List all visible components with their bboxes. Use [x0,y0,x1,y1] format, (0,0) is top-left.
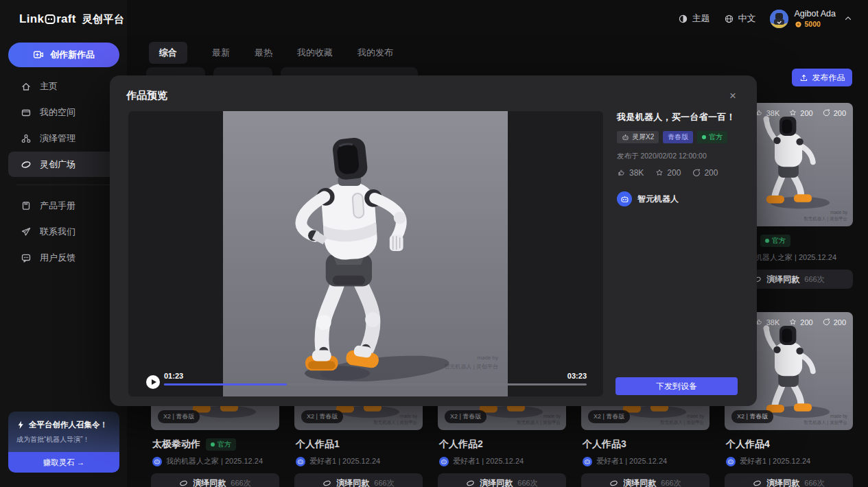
perform-same-button[interactable]: 演绎同款 666次 [581,473,709,487]
model-badge: X2 | 青春版 [731,410,773,423]
robot-video-image [244,121,478,392]
avatar[interactable] [770,10,788,28]
stars-stat: 200 [788,318,812,326]
chevron-up-icon[interactable] [843,14,853,23]
book-icon [21,200,32,211]
author-avatar [583,457,592,466]
stars-stat: 200 [788,108,812,117]
perform-same-button[interactable]: 演绎同款 666次 [438,473,566,487]
loop-icon [21,159,32,170]
card-title: 个人作品4 [726,438,770,451]
model-badge: X2 | 青春版 [301,410,343,423]
model-badge: X2 | 青春版 [445,410,486,423]
sidebar-item-performance-management[interactable]: 演绎管理 [8,126,119,151]
close-icon[interactable]: × [727,86,739,106]
official-tag: 官方 [697,131,727,143]
made-by-watermark: made by 智元机器人 | 灵创平台 [444,354,498,372]
play-button[interactable] [146,375,160,389]
sidebar-item-product-manual[interactable]: 产品手册 [8,193,119,218]
total-time: 03:23 [567,372,587,380]
card-author-line[interactable]: 我的机器人之家 | 2025.12.24 [151,456,279,466]
sidebar-item-user-feedback[interactable]: 用户反馈 [8,245,119,270]
official-dot-icon [765,239,769,243]
tab-newest[interactable]: 最新 [212,42,230,64]
tab-my-posts[interactable]: 我的发布 [357,42,393,64]
tab-comprehensive[interactable]: 综合 [149,42,187,64]
promo-subline: 成为首批“机器人导演”！ [16,435,111,444]
perform-same-button[interactable]: 演绎同款 666次 [151,473,279,487]
globe-icon [724,14,734,24]
robot-head-icon [622,134,629,141]
lightning-icon [16,420,25,429]
sidebar-item-contact-us[interactable]: 联系我们 [8,219,119,244]
loop-icon [609,479,618,487]
publish-work-button[interactable]: 发布作品 [792,69,852,86]
work-title: 我是机器人，买一台省一百！ [617,111,749,123]
made-by-watermark: made by 智元机器人 | 灵创平台 [804,413,847,427]
card-author-line[interactable]: 爱好者1 | 2025.12.24 [725,456,853,466]
shares-stat: 200 [822,108,846,117]
sort-tabs: 综合 最新 最热 我的收藏 我的发布 [149,42,393,64]
avatar-image [770,10,788,28]
earn-gems-button[interactable]: 赚取灵石 → [8,452,119,473]
made-by-watermark: made by 智元机器人 | 灵创平台 [660,413,704,427]
video-frame: made by 智元机器人 | 灵创平台 [223,111,508,396]
sidebar-nav: 主页 我的空间 演绎管理 灵创广场 产品手册 联系我们 [0,73,127,271]
author-avatar [152,457,162,466]
sidebar-item-my-space[interactable]: 我的空间 [8,99,119,125]
official-badge: 官方 [206,438,236,451]
share-icon [692,168,701,178]
robot-avatar-icon [584,458,591,465]
loop-icon [466,479,475,487]
likes-stat: 38K [755,108,780,117]
tab-hottest[interactable]: 最热 [255,42,272,64]
theme-toggle[interactable]: 主题 [678,12,710,25]
work-author[interactable]: 智元机器人 [617,191,749,206]
work-preview-modal: 作品预览 × made by 智元机器人 | 灵创平台 01:23 03:23 … [110,75,757,406]
perform-same-button[interactable]: 演绎同款 666次 [294,473,423,487]
official-badge: 官方 [760,235,790,247]
thumb-up-icon [617,168,626,178]
work-tags: 灵犀X2 青春版 官方 [617,131,749,143]
stars-stat[interactable]: 200 [655,168,681,178]
progress-bar[interactable] [164,383,587,385]
paper-plane-icon [21,226,32,237]
card-title: 太极拳动作 [152,438,200,451]
edition-tag: 青春版 [663,131,693,143]
star-icon [788,318,797,326]
create-work-button[interactable]: 创作新作品 [8,43,119,67]
theme-icon [678,14,688,24]
card-author-line[interactable]: 爱好者1 | 2025.12.24 [294,456,423,466]
shares-stat[interactable]: 200 [692,168,718,178]
brand-part1: Link [19,12,44,26]
app-root: Linkraft 灵创平台 创作新作品 主页 我的空间 演绎管理 灵创广场 [0,0,868,487]
tab-my-favorites[interactable]: 我的收藏 [297,42,333,64]
made-by-watermark: made by 智元机器人 | 灵创平台 [517,413,561,427]
loop-icon [753,479,762,487]
send-to-device-button[interactable]: 下发到设备 [615,377,738,395]
perform-same-button[interactable]: 演绎同款 666次 [725,473,853,487]
video-player[interactable]: made by 智元机器人 | 灵创平台 01:23 03:23 [128,111,603,396]
sidebar-item-home[interactable]: 主页 [8,73,119,99]
shares-stat: 200 [822,318,846,326]
promo-headline: 全平台创作人召集令！ [16,420,111,430]
likes-stat[interactable]: 38K [617,168,644,178]
brand-c-icon [45,14,56,25]
official-dot-icon [211,442,215,447]
coin-icon [795,21,802,28]
sidebar: Linkraft 灵创平台 创作新作品 主页 我的空间 演绎管理 灵创广场 [0,0,127,487]
author-avatar [726,457,736,466]
official-dot-icon [702,135,706,139]
language-switcher[interactable]: 中文 [724,12,756,25]
card-author-line[interactable]: 爱好者1 | 2025.12.24 [581,456,709,466]
brand-part2: raft [56,12,76,26]
sidebar-item-creation-plaza[interactable]: 灵创广场 [8,152,119,177]
user-menu[interactable]: Agibot Ada 5000 [770,9,853,29]
model-badge: X2 | 青春版 [158,410,200,423]
folder-icon [21,107,32,118]
card-author-line[interactable]: 爱好者1 | 2025.12.24 [438,456,566,466]
robot-avatar-icon [441,458,447,465]
header-actions: 主题 中文 Agibot Ada 5000 [678,9,853,29]
sidebar-divider [16,185,110,185]
user-name: Agibot Ada [795,9,836,20]
